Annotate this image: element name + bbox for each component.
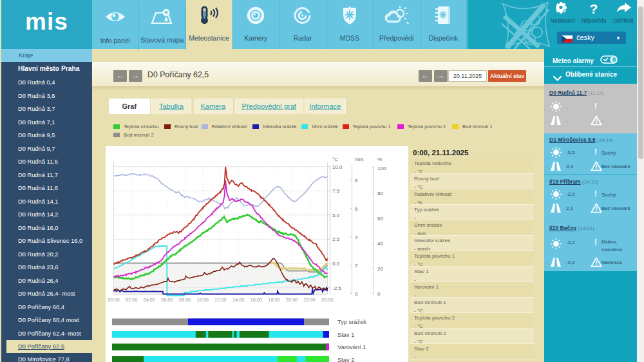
svg-text:22:00: 22:00 [304, 297, 316, 303]
svg-text:°C: °C [332, 157, 338, 162]
svg-text:0: 0 [355, 291, 358, 297]
svg-text:6: 6 [355, 206, 358, 212]
svg-text:-2.5: -2.5 [332, 285, 341, 291]
svg-text:2.5: 2.5 [332, 236, 340, 242]
svg-text:04:00: 04:00 [144, 297, 155, 303]
svg-text:18:00: 18:00 [268, 297, 279, 303]
svg-text:0: 0 [377, 291, 381, 297]
svg-text:2: 2 [355, 263, 358, 269]
svg-text:00:00: 00:00 [321, 297, 333, 303]
svg-text:8: 8 [355, 178, 358, 184]
svg-text:10.0: 10.0 [332, 164, 343, 170]
svg-text:5.0: 5.0 [332, 213, 340, 218]
svg-text:?: ? [590, 2, 598, 16]
svg-text:7.5: 7.5 [332, 188, 340, 194]
svg-text:mm: mm [355, 157, 364, 162]
svg-text:%: % [377, 157, 382, 162]
svg-text:10:00: 10:00 [197, 297, 209, 303]
svg-text:Stav 1: Stav 1 [337, 332, 354, 338]
svg-text:00:00: 00:00 [108, 297, 119, 303]
svg-text:60: 60 [377, 216, 383, 222]
svg-text:80: 80 [377, 191, 383, 196]
svg-text:4: 4 [355, 234, 358, 240]
svg-text:08:00: 08:00 [179, 297, 191, 303]
svg-text:Typ srážek: Typ srážek [337, 319, 366, 325]
svg-text:100: 100 [377, 166, 386, 171]
svg-text:12:00: 12:00 [214, 297, 226, 303]
svg-text:Varování 1: Varování 1 [337, 344, 366, 350]
svg-text:16:00: 16:00 [251, 297, 262, 303]
svg-text:02:00: 02:00 [126, 297, 137, 303]
svg-text:20:00: 20:00 [286, 297, 298, 303]
svg-text:40: 40 [377, 241, 383, 247]
svg-text:Stav 2: Stav 2 [337, 357, 354, 362]
svg-text:06:00: 06:00 [161, 297, 173, 303]
svg-text:0.0: 0.0 [332, 261, 340, 267]
svg-text:14:00: 14:00 [232, 297, 244, 303]
svg-text:20: 20 [377, 266, 383, 272]
